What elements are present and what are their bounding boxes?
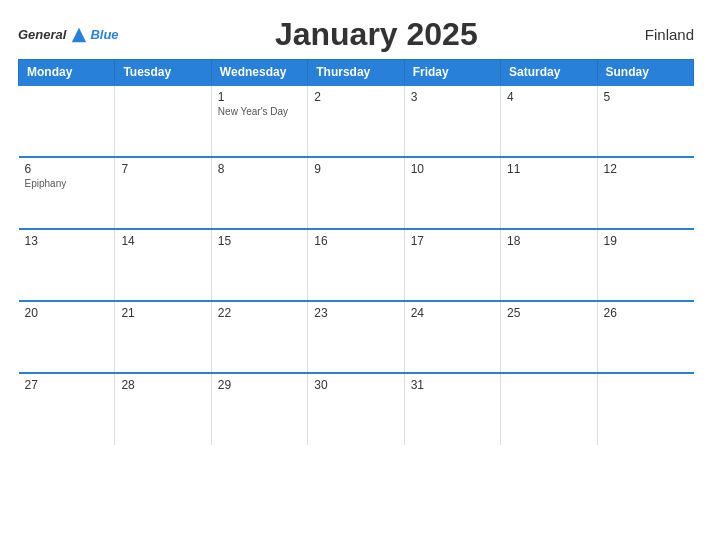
calendar-page: General Blue January 2025 Finland Monday… — [0, 0, 712, 550]
day-cell — [597, 373, 693, 445]
day-cell: 22 — [211, 301, 307, 373]
week-row-3: 13141516171819 — [19, 229, 694, 301]
day-number: 4 — [507, 90, 590, 104]
day-number: 25 — [507, 306, 590, 320]
calendar-table: MondayTuesdayWednesdayThursdayFridaySatu… — [18, 59, 694, 445]
day-number: 6 — [25, 162, 109, 176]
day-number: 7 — [121, 162, 204, 176]
day-cell: 1New Year's Day — [211, 85, 307, 157]
day-number: 13 — [25, 234, 109, 248]
day-cell: 24 — [404, 301, 500, 373]
day-header-friday: Friday — [404, 60, 500, 86]
day-cell: 28 — [115, 373, 211, 445]
day-number: 30 — [314, 378, 397, 392]
day-cell: 18 — [501, 229, 597, 301]
day-number: 31 — [411, 378, 494, 392]
day-cell: 19 — [597, 229, 693, 301]
day-number: 3 — [411, 90, 494, 104]
day-number: 18 — [507, 234, 590, 248]
svg-marker-0 — [72, 27, 86, 41]
country-label: Finland — [634, 26, 694, 43]
week-row-2: 6Epiphany789101112 — [19, 157, 694, 229]
day-cell: 29 — [211, 373, 307, 445]
day-number: 10 — [411, 162, 494, 176]
logo-general: General — [18, 27, 66, 42]
logo-icon — [70, 26, 88, 44]
day-cell: 5 — [597, 85, 693, 157]
day-cell: 6Epiphany — [19, 157, 115, 229]
day-number: 21 — [121, 306, 204, 320]
day-cell: 17 — [404, 229, 500, 301]
day-header-tuesday: Tuesday — [115, 60, 211, 86]
calendar-header-row: MondayTuesdayWednesdayThursdayFridaySatu… — [19, 60, 694, 86]
week-row-1: 1New Year's Day2345 — [19, 85, 694, 157]
day-cell: 10 — [404, 157, 500, 229]
day-header-monday: Monday — [19, 60, 115, 86]
week-row-4: 20212223242526 — [19, 301, 694, 373]
day-number: 9 — [314, 162, 397, 176]
day-number: 5 — [604, 90, 688, 104]
day-cell — [115, 85, 211, 157]
day-header-saturday: Saturday — [501, 60, 597, 86]
day-cell: 15 — [211, 229, 307, 301]
logo: General Blue — [18, 26, 119, 44]
day-number: 24 — [411, 306, 494, 320]
month-title: January 2025 — [119, 16, 634, 53]
header: General Blue January 2025 Finland — [18, 16, 694, 53]
day-cell: 2 — [308, 85, 404, 157]
day-cell: 4 — [501, 85, 597, 157]
day-number: 22 — [218, 306, 301, 320]
day-cell: 21 — [115, 301, 211, 373]
day-cell — [19, 85, 115, 157]
day-number: 29 — [218, 378, 301, 392]
day-header-sunday: Sunday — [597, 60, 693, 86]
day-number: 27 — [25, 378, 109, 392]
day-cell: 25 — [501, 301, 597, 373]
day-number: 26 — [604, 306, 688, 320]
day-number: 8 — [218, 162, 301, 176]
day-cell: 26 — [597, 301, 693, 373]
day-cell: 16 — [308, 229, 404, 301]
day-cell: 13 — [19, 229, 115, 301]
day-number: 11 — [507, 162, 590, 176]
day-cell: 9 — [308, 157, 404, 229]
day-cell: 14 — [115, 229, 211, 301]
day-number: 1 — [218, 90, 301, 104]
logo-blue: Blue — [90, 27, 118, 42]
day-cell: 30 — [308, 373, 404, 445]
day-cell: 11 — [501, 157, 597, 229]
day-header-wednesday: Wednesday — [211, 60, 307, 86]
day-cell — [501, 373, 597, 445]
day-number: 14 — [121, 234, 204, 248]
day-cell: 23 — [308, 301, 404, 373]
day-cell: 3 — [404, 85, 500, 157]
day-number: 20 — [25, 306, 109, 320]
day-cell: 7 — [115, 157, 211, 229]
day-cell: 27 — [19, 373, 115, 445]
day-number: 23 — [314, 306, 397, 320]
day-cell: 8 — [211, 157, 307, 229]
day-number: 19 — [604, 234, 688, 248]
day-number: 28 — [121, 378, 204, 392]
day-event: Epiphany — [25, 178, 109, 189]
day-event: New Year's Day — [218, 106, 301, 117]
day-cell: 31 — [404, 373, 500, 445]
day-number: 16 — [314, 234, 397, 248]
day-number: 12 — [604, 162, 688, 176]
day-number: 2 — [314, 90, 397, 104]
day-number: 15 — [218, 234, 301, 248]
day-cell: 20 — [19, 301, 115, 373]
day-header-thursday: Thursday — [308, 60, 404, 86]
week-row-5: 2728293031 — [19, 373, 694, 445]
day-cell: 12 — [597, 157, 693, 229]
day-number: 17 — [411, 234, 494, 248]
